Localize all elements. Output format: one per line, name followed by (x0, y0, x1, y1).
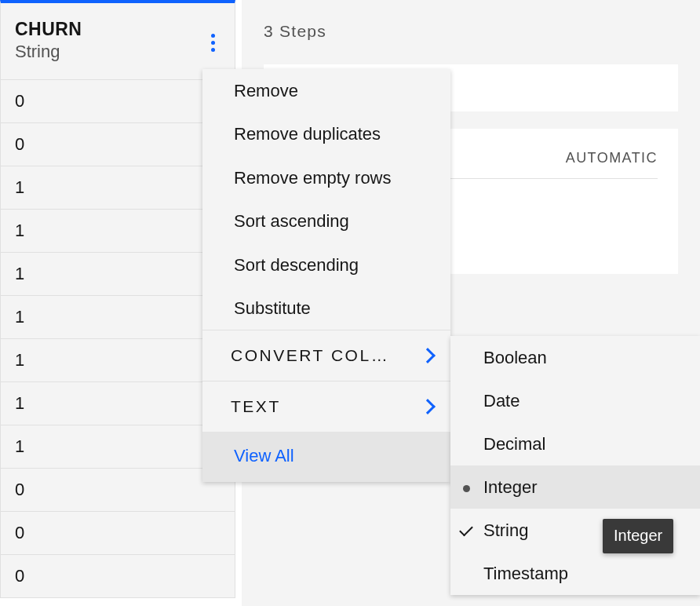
table-row[interactable]: 0 (0, 555, 235, 598)
table-row[interactable]: 0 (0, 80, 235, 123)
data-column: CHURN String 0 0 1 1 1 1 1 1 1 0 0 0 (0, 0, 235, 598)
chevron-right-icon (420, 399, 436, 414)
menu-convert-column[interactable]: CONVERT COL… (202, 330, 450, 381)
submenu-timestamp[interactable]: Timestamp (450, 552, 700, 595)
table-row[interactable]: 1 (0, 296, 235, 339)
convert-type-submenu: Boolean Date Decimal Integer String Time… (450, 336, 700, 595)
context-menu: Remove Remove duplicates Remove empty ro… (202, 69, 450, 482)
overflow-menu-icon (211, 34, 215, 52)
column-menu-button[interactable] (202, 31, 224, 53)
table-row[interactable]: 1 (0, 210, 235, 253)
check-icon (459, 523, 473, 537)
automatic-badge: AUTOMATIC (566, 150, 658, 166)
menu-text[interactable]: TEXT (202, 381, 450, 432)
submenu-integer[interactable]: Integer (450, 465, 700, 509)
menu-sort-ascending[interactable]: Sort ascending (202, 199, 450, 243)
table-row[interactable]: 1 (0, 339, 235, 382)
table-row[interactable]: 0 (0, 512, 235, 555)
menu-section-label: TEXT (231, 397, 281, 416)
column-name: CHURN (15, 19, 221, 40)
column-header[interactable]: CHURN String (0, 0, 235, 80)
tooltip: Integer (603, 519, 673, 553)
column-type: String (15, 42, 221, 62)
menu-remove-empty[interactable]: Remove empty rows (202, 156, 450, 199)
menu-remove-duplicates[interactable]: Remove duplicates (202, 112, 450, 155)
table-row[interactable]: 1 (0, 425, 235, 469)
steps-count: 3 Steps (264, 22, 678, 41)
table-row[interactable]: 0 (0, 469, 235, 512)
table-row[interactable]: 1 (0, 253, 235, 296)
menu-sort-descending[interactable]: Sort descending (202, 243, 450, 287)
table-row[interactable]: 1 (0, 382, 235, 425)
submenu-boolean[interactable]: Boolean (450, 336, 700, 379)
submenu-decimal[interactable]: Decimal (450, 422, 700, 465)
menu-section-label: CONVERT COL… (231, 346, 389, 365)
dot-icon (463, 485, 470, 492)
table-row[interactable]: 0 (0, 123, 235, 166)
menu-remove[interactable]: Remove (202, 69, 450, 112)
menu-view-all[interactable]: View All (202, 432, 450, 482)
submenu-date[interactable]: Date (450, 379, 700, 422)
menu-substitute[interactable]: Substitute (202, 287, 450, 330)
table-row[interactable]: 1 (0, 166, 235, 210)
chevron-right-icon (420, 348, 436, 363)
